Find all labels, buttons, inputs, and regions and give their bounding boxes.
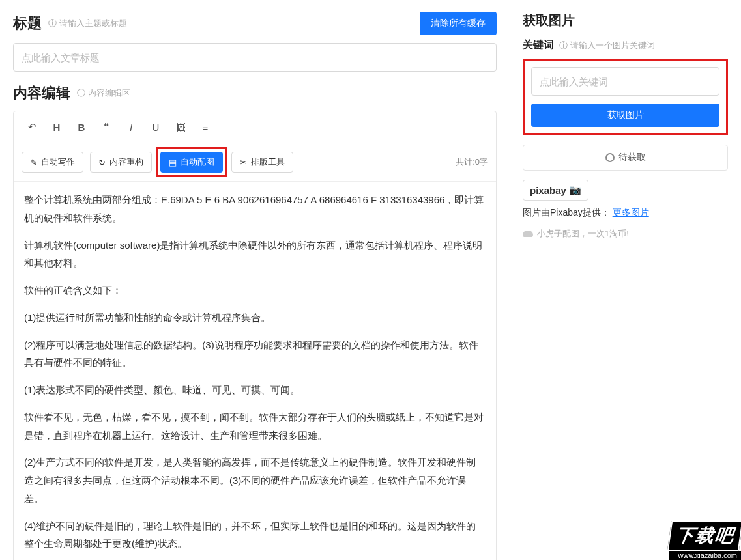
image-icon[interactable]: 🖼 xyxy=(170,118,191,136)
editor-paragraph: (4)维护不同的硬件是旧的，理论上软件是旧的，并不坏，但实际上软件也是旧的和坏的… xyxy=(24,517,486,553)
content-label: 内容编辑 xyxy=(13,83,70,103)
cloud-icon xyxy=(523,231,533,237)
keyword-label: 关键词 xyxy=(523,38,554,52)
info-icon: ⓘ xyxy=(48,18,57,29)
title-label: 标题 xyxy=(13,14,42,33)
content-hint: ⓘ 内容编辑区 xyxy=(77,87,130,99)
pencil-icon: ✎ xyxy=(30,158,37,167)
editor-paragraph: (1)表达形式不同的硬件类型、颜色、味道、可见、可摸、可闻。 xyxy=(24,381,486,399)
char-count: 共计:0字 xyxy=(456,156,488,168)
align-icon[interactable]: ≡ xyxy=(195,118,216,136)
editor-paragraph: 整个计算机系统由两部分组成：E.69DA 5 E 6 BA 9062616964… xyxy=(24,191,486,227)
more-images-link[interactable]: 更多图片 xyxy=(613,207,649,217)
provider-text: 图片由Pixabay提供： 更多图片 xyxy=(523,207,728,219)
auto-write-button[interactable]: ✎ 自动写作 xyxy=(22,152,83,173)
editor-body[interactable]: 整个计算机系统由两部分组成：E.69DA 5 E 6 BA 9062616964… xyxy=(14,182,496,560)
sidebar-title: 获取图片 xyxy=(523,12,728,29)
layout-tool-button[interactable]: ✂ 排版工具 xyxy=(231,152,293,173)
keyword-hint: ⓘ 请输入一个图片关键词 xyxy=(559,40,655,51)
title-input[interactable] xyxy=(13,43,497,72)
quote-button[interactable]: ❝ xyxy=(96,118,117,136)
pixabay-badge: pixabay 📷 xyxy=(523,180,588,201)
info-icon: ⓘ xyxy=(77,87,85,99)
image-icon: ▤ xyxy=(169,158,177,167)
action-toolbar: ✎ 自动写作 ↻ 内容重构 ▤ 自动配图 ✂ xyxy=(14,143,496,182)
pending-status: 待获取 xyxy=(523,145,728,171)
info-icon: ⓘ xyxy=(559,40,568,51)
editor-paragraph: 软件看不见，无色，枯燥，看不见，摸不到，闻不到。软件大部分存在于人们的头脑或纸上… xyxy=(24,408,486,445)
editor: ↶ H B ❝ I U 🖼 ≡ ✎ 自动写作 ↻ xyxy=(13,111,497,560)
auto-image-button[interactable]: ▤ 自动配图 xyxy=(160,152,223,173)
underline-button[interactable]: U xyxy=(145,118,166,136)
keyword-input[interactable] xyxy=(531,67,719,96)
camera-icon: 📷 xyxy=(569,184,581,196)
refresh-icon: ↻ xyxy=(98,158,106,167)
circle-icon xyxy=(605,153,615,162)
keyword-box: 获取图片 xyxy=(523,59,728,135)
footer-note: 小虎子配图，一次1淘币! xyxy=(523,228,728,240)
layout-icon: ✂ xyxy=(240,158,247,167)
editor-paragraph: (2)生产方式不同的软件是开发，是人类智能的高发挥，而不是传统意义上的硬件制造。… xyxy=(24,453,486,507)
editor-paragraph: 软件的正确含义如下： xyxy=(24,281,486,300)
editor-paragraph: (2)程序可以满意地处理信息的数据结构。(3)说明程序功能要求和程序需要的文档的… xyxy=(24,336,486,372)
format-toolbar: ↶ H B ❝ I U 🖼 ≡ xyxy=(14,111,496,143)
editor-paragraph: (1)提供运行时所需功能和性能的命令或计算机程序集合。 xyxy=(24,309,486,327)
heading-button[interactable]: H xyxy=(46,118,67,136)
restructure-button[interactable]: ↻ 内容重构 xyxy=(90,152,152,173)
undo-icon[interactable]: ↶ xyxy=(22,118,42,136)
italic-button[interactable]: I xyxy=(121,118,141,136)
clear-cache-button[interactable]: 清除所有缓存 xyxy=(420,12,497,35)
bold-button[interactable]: B xyxy=(71,118,92,136)
editor-paragraph: 计算机软件(computer software)是指计算机系统中除硬件以外的所有… xyxy=(24,236,486,273)
get-image-button[interactable]: 获取图片 xyxy=(531,104,719,127)
title-hint: ⓘ 请输入主题或标题 xyxy=(48,18,127,29)
